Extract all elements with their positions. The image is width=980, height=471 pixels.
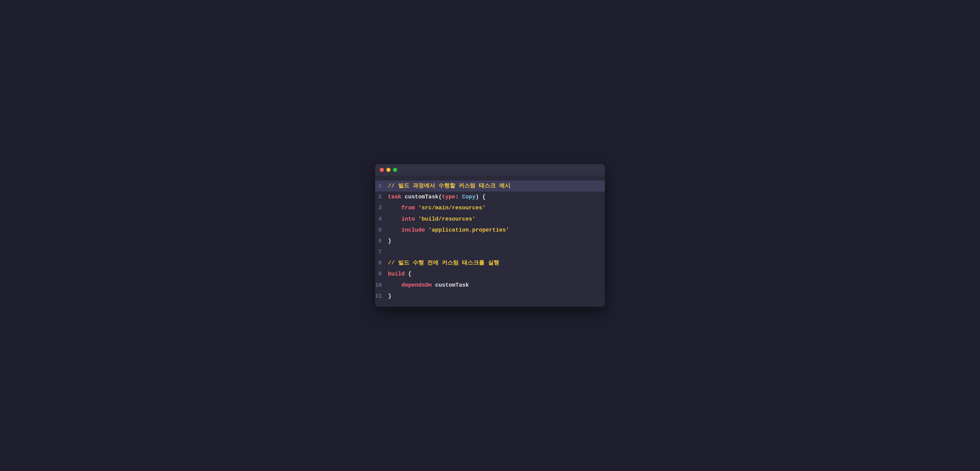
line-content: build { [388, 270, 605, 279]
line-number: 9 [375, 270, 388, 279]
plain-token [388, 216, 401, 222]
code-line: 6} [375, 236, 605, 247]
maximize-button[interactable] [393, 168, 397, 172]
keyword-token: from [401, 205, 415, 211]
plain-token: customTask( [401, 194, 442, 200]
line-content: into 'build/resources' [388, 215, 605, 224]
line-content [388, 247, 605, 257]
line-number: 10 [375, 281, 388, 290]
line-number: 11 [375, 292, 388, 301]
line-number: 1 [375, 182, 388, 190]
keyword-token: type [442, 194, 455, 200]
code-line: 2task customTask(type: Copy) { [375, 192, 605, 203]
keyword-token: include [401, 227, 425, 233]
line-content: from 'src/main/resources' [388, 203, 605, 213]
code-area: 1// 빌드 과정에서 수행할 커스텀 태스크 예시2task customTa… [375, 176, 605, 307]
keyword-token: task [388, 194, 401, 200]
line-content: dependsOn customTask [388, 281, 605, 290]
line-content: include 'application.properties' [388, 226, 605, 235]
code-line: 11} [375, 291, 605, 302]
plain-token [415, 205, 418, 211]
string-token: 'src/main/resources' [418, 205, 486, 211]
line-number: 5 [375, 226, 388, 235]
brace-token: { [482, 194, 486, 200]
titlebar [375, 164, 605, 176]
code-line: 5 include 'application.properties' [375, 225, 605, 236]
line-number: 3 [375, 203, 388, 213]
line-number: 2 [375, 192, 388, 201]
plain-token [388, 227, 401, 233]
plain-token [415, 216, 418, 222]
brace-token: { [408, 271, 411, 277]
plain-token [425, 227, 428, 233]
plain-token [405, 271, 408, 277]
comment-token: // 빌드 수행 전에 커스텀 태스크를 실행 [388, 260, 499, 266]
keyword-token: dependsOn [401, 282, 432, 289]
line-content: // 빌드 수행 전에 커스텀 태스크를 실행 [388, 258, 605, 268]
keyword-token: build [388, 271, 405, 277]
line-content: // 빌드 과정에서 수행할 커스텀 태스크 예시 [388, 182, 605, 190]
plain-token: ) [476, 194, 482, 200]
close-button[interactable] [380, 168, 384, 172]
code-line: 1// 빌드 과정에서 수행할 커스텀 태스크 예시 [375, 181, 605, 192]
line-number: 7 [375, 247, 388, 257]
minimize-button[interactable] [387, 168, 390, 172]
plain-token [388, 282, 401, 289]
line-number: 6 [375, 237, 388, 246]
brace-token: } [388, 238, 391, 244]
code-line: 4 into 'build/resources' [375, 214, 605, 225]
code-line: 7 [375, 247, 605, 258]
string-token: 'build/resources' [418, 216, 476, 222]
keyword-token: into [401, 216, 415, 222]
plain-token: customTask [432, 282, 469, 289]
line-number: 8 [375, 258, 388, 268]
code-line: 3 from 'src/main/resources' [375, 203, 605, 213]
code-line: 8// 빌드 수행 전에 커스텀 태스크를 실행 [375, 258, 605, 268]
line-content: } [388, 237, 605, 246]
code-line: 10 dependsOn customTask [375, 280, 605, 291]
type-token: Copy [462, 194, 476, 200]
code-editor-window: 1// 빌드 과정에서 수행할 커스텀 태스크 예시2task customTa… [375, 164, 605, 307]
string-token: 'application.properties' [428, 227, 509, 233]
comment-token: // 빌드 과정에서 수행할 커스텀 태스크 예시 [388, 183, 511, 189]
line-content: } [388, 292, 605, 301]
plain-token [388, 205, 401, 211]
brace-token: } [388, 293, 391, 300]
line-content: task customTask(type: Copy) { [388, 192, 605, 201]
code-line: 9build { [375, 268, 605, 279]
plain-token: : [455, 194, 462, 200]
line-number: 4 [375, 215, 388, 224]
